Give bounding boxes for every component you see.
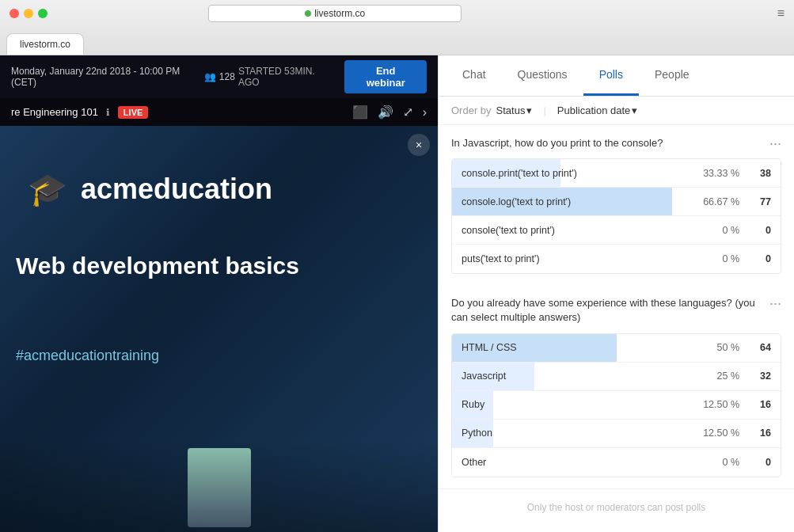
poll-question-1: ··· In Javascript, how do you print to t… [451,136,781,150]
webinar-date: Monday, January 22nd 2018 - 10:00 PM (CE… [11,66,204,88]
video-hashtag: #acmeducationtraining [16,348,159,364]
poll-option-count: 38 [752,168,771,179]
poll-options-2: HTML / CSS 50 % 64 Javascript 25 % 32 [451,333,781,477]
poll-more-icon-2[interactable]: ··· [769,296,781,310]
end-webinar-button[interactable]: End webinar [344,60,427,93]
poll-more-icon-1[interactable]: ··· [769,136,781,150]
poll-section-1: ··· In Javascript, how do you print to t… [439,125,794,274]
tab-questions[interactable]: Questions [502,55,583,96]
screen-share-button[interactable]: ⬛ [352,104,368,120]
poll-option-count: 0 [752,225,771,236]
poll-option-count: 32 [752,370,771,382]
video-main-title: Web development basics [16,253,299,279]
poll-option: Javascript 25 % 32 [452,363,781,391]
close-button[interactable]: × [408,134,430,156]
poll-option: Ruby 12.50 % 16 [452,391,781,420]
poll-option-text: Ruby [462,399,703,410]
tab-people[interactable]: People [639,55,705,96]
poll-option: console.log('text to print') 66.67 % 77 [452,188,781,216]
browser-tabs: livestorm.co [0,27,794,55]
browser-menu-icon[interactable]: ≡ [777,6,785,21]
poll-option-text: console.print('text to print') [462,168,703,179]
webinar-header-bar: Monday, January 22nd 2018 - 10:00 PM (CE… [0,55,438,98]
viewers-number: 128 [219,71,235,82]
video-background: × 🎓 acmeducation Web development basics … [0,126,438,532]
poll-option-text: Python [462,428,703,439]
address-bar[interactable]: livestorm.co [208,5,462,22]
tab-polls[interactable]: Polls [583,55,639,96]
poll-option-pct: 25 % [717,370,740,382]
poll-option-pct: 0 % [722,225,739,236]
poll-option-text: console.log('text to print') [462,196,703,207]
speaker-area [0,440,438,532]
poll-option-text: Other [462,457,722,468]
poll-option-pct: 66.67 % [703,196,739,207]
polls-content: Order by Status ▾ | Publication date ▾ ·… [439,97,794,532]
close-icon: × [416,139,422,151]
chevron-down-icon: ▾ [526,104,532,116]
chevron-down-icon-2: ▾ [632,104,637,116]
poll-option-pct: 33.33 % [703,168,739,179]
poll-option-pct: 0 % [722,253,739,264]
poll-section-2: ··· Do you already have some experience … [439,285,794,477]
video-header-left: re Engineering 101 ℹ LIVE [11,106,148,119]
order-label: Order by [451,104,492,116]
favicon [305,10,311,17]
brand-logo: 🎓 acmeducation [24,165,272,213]
browser-top-bar: livestorm.co ≡ [0,0,794,27]
browser-tab[interactable]: livestorm.co [6,33,84,55]
poll-option-text: HTML / CSS [462,342,717,353]
poll-option-pct: 12.50 % [703,428,739,439]
poll-question-2: ··· Do you already have some experience … [451,296,781,325]
poll-option-text: Javascript [462,370,717,382]
volume-button[interactable]: 🔊 [378,104,393,120]
speaker-thumbnail [188,448,251,527]
poll-option-count: 16 [752,399,771,410]
order-divider: | [543,104,545,116]
poll-option: console.print('text to print') 33.33 % 3… [452,159,781,188]
tabs-bar: Chat Questions Polls People [439,55,794,97]
sidebar-panel: Chat Questions Polls People Order by Sta… [438,55,794,532]
poll-option-pct: 50 % [717,342,740,353]
poll-option: console('text to print') 0 % 0 [452,216,781,245]
viewers-count: 👥 128 STARTED 53MIN. AGO [204,66,336,88]
poll-option-count: 64 [752,342,771,353]
poll-option-count: 0 [752,253,771,264]
live-badge: LIVE [118,106,148,119]
minimize-window-dot[interactable] [24,9,33,18]
next-button[interactable]: › [423,105,427,120]
window-controls [9,9,47,18]
order-status-select[interactable]: Status ▾ [496,104,533,116]
browser-chrome: livestorm.co ≡ livestorm.co [0,0,794,55]
address-text: livestorm.co [314,8,365,19]
webinar-title: re Engineering 101 [11,106,98,118]
order-date-select[interactable]: Publication date ▾ [557,104,638,116]
poll-option: HTML / CSS 50 % 64 [452,334,781,363]
grad-icon: 🎓 [24,165,71,213]
maximize-window-dot[interactable] [38,9,47,18]
poll-option-text: puts('text to print') [462,253,722,264]
poll-option-count: 0 [752,457,771,468]
poll-option-count: 16 [752,428,771,439]
order-bar: Order by Status ▾ | Publication date ▾ [439,97,794,125]
poll-option-pct: 0 % [722,457,739,468]
video-content: × 🎓 acmeducation Web development basics … [0,126,438,532]
poll-option-pct: 12.50 % [703,399,739,410]
footer-note: Only the host or moderators can post pol… [439,488,794,526]
video-controls: ⬛ 🔊 ⤢ › [352,104,427,120]
info-icon: ℹ [106,107,110,118]
header-right: 👥 128 STARTED 53MIN. AGO End webinar [204,60,427,93]
viewers-icon: 👥 [204,71,216,82]
poll-option: Other 0 % 0 [452,448,781,477]
brand-name: acmeducation [81,173,272,206]
poll-option: puts('text to print') 0 % 0 [452,245,781,273]
video-header: re Engineering 101 ℹ LIVE ⬛ 🔊 ⤢ › [0,98,438,126]
poll-option-text: console('text to print') [462,225,722,236]
expand-button[interactable]: ⤢ [403,104,413,120]
tab-chat[interactable]: Chat [446,55,502,96]
main-layout: Monday, January 22nd 2018 - 10:00 PM (CE… [0,55,794,532]
poll-option: Python 12.50 % 16 [452,420,781,448]
close-window-dot[interactable] [9,9,19,18]
poll-options-1: console.print('text to print') 33.33 % 3… [451,158,781,274]
video-panel: Monday, January 22nd 2018 - 10:00 PM (CE… [0,55,438,532]
